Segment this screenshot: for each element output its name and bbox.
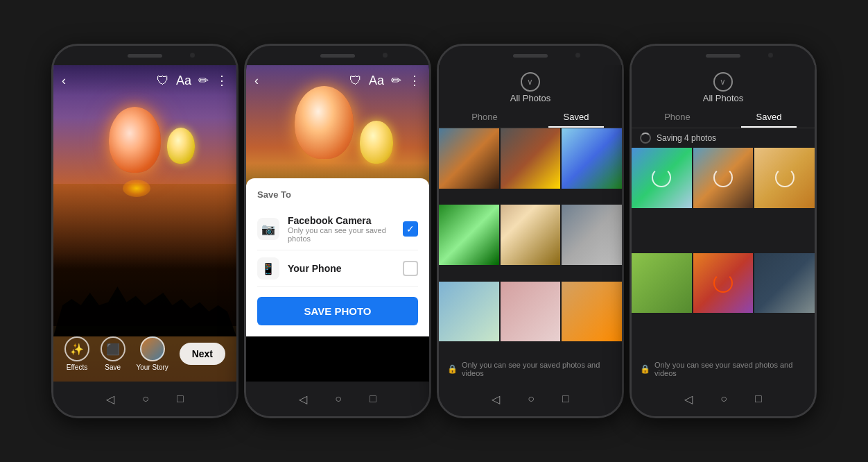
sync-icon-3 bbox=[775, 168, 795, 187]
tabs-row-3: Phone Saved bbox=[439, 106, 622, 128]
facebook-camera-icon: 📷 bbox=[257, 218, 279, 240]
speaker-4 bbox=[706, 54, 740, 58]
all-photos-btn-3[interactable]: ∨ All Photos bbox=[510, 72, 551, 103]
lantern-main bbox=[109, 107, 164, 183]
camera-bg: ‹ 🛡 Aa ✏ ⋮ ✨ Effects ⬛ bbox=[53, 65, 236, 382]
photo-cell-4-5[interactable] bbox=[693, 253, 754, 314]
all-photos-label-4: All Photos bbox=[703, 93, 744, 103]
sync-icon-4 bbox=[713, 273, 733, 293]
nav-back-3[interactable]: ◁ bbox=[492, 393, 500, 406]
photo-cell-4-6[interactable] bbox=[754, 253, 815, 314]
nav-home-3[interactable]: ○ bbox=[528, 393, 535, 405]
chevron-down-icon-4: ∨ bbox=[713, 72, 733, 92]
nav-back-2[interactable]: ◁ bbox=[299, 393, 307, 406]
nav-square[interactable]: □ bbox=[177, 393, 184, 405]
photo-cell-4-4[interactable] bbox=[632, 253, 692, 314]
facebook-camera-check[interactable]: ✓ bbox=[403, 221, 418, 237]
nav-home-4[interactable]: ○ bbox=[720, 393, 727, 405]
draw-icon-2[interactable]: ✏ bbox=[391, 73, 401, 88]
photo-cell-9[interactable] bbox=[562, 282, 622, 342]
your-story-btn[interactable]: Your Story bbox=[137, 336, 168, 371]
more-icon[interactable]: ⋮ bbox=[216, 73, 228, 88]
text-icon-2[interactable]: Aa bbox=[369, 74, 384, 88]
phone-4-nav: ◁ ○ □ bbox=[632, 382, 815, 416]
toolbar-right-2: 🛡 Aa ✏ ⋮ bbox=[349, 73, 421, 88]
facebook-camera-desc: Only you can see your saved photos bbox=[288, 226, 394, 243]
lantern-body bbox=[109, 107, 161, 173]
phone-4-screen: ∨ All Photos Phone Saved Saving 4 photos bbox=[632, 65, 815, 382]
effects-btn[interactable]: ✨ Effects bbox=[64, 336, 89, 371]
save-icon: ⬛ bbox=[101, 336, 125, 361]
text-icon[interactable]: Aa bbox=[176, 74, 191, 88]
save-photo-button[interactable]: SAVE PHOTO bbox=[257, 297, 418, 325]
all-photos-btn-4[interactable]: ∨ All Photos bbox=[703, 72, 744, 103]
photo-cell-7[interactable] bbox=[439, 282, 499, 342]
sticker-icon[interactable]: 🛡 bbox=[157, 74, 169, 88]
more-icon-2[interactable]: ⋮ bbox=[408, 73, 421, 88]
dark-screen-3: ∨ All Photos Phone Saved bbox=[439, 65, 622, 382]
nav-square-2[interactable]: □ bbox=[370, 393, 376, 405]
your-phone-option[interactable]: 📱 Your Phone bbox=[257, 250, 418, 287]
phone-2: ‹ 🛡 Aa ✏ ⋮ Save To 📷 Facebook Camera bbox=[244, 44, 431, 418]
photo-cell-6[interactable] bbox=[562, 205, 622, 265]
front-camera-2 bbox=[383, 53, 388, 58]
photo-cell-4[interactable] bbox=[439, 205, 499, 265]
sticker-icon-2[interactable]: 🛡 bbox=[349, 74, 362, 88]
phone-4-notch bbox=[632, 46, 815, 65]
photos-header-3: ∨ All Photos bbox=[439, 65, 622, 106]
your-phone-name: Your Phone bbox=[288, 263, 394, 274]
footer-text-4: Only you can see your saved photos and v… bbox=[654, 361, 806, 377]
crowd-silhouettes bbox=[53, 253, 236, 336]
effects-label: Effects bbox=[67, 363, 87, 371]
photo-cell-3[interactable] bbox=[562, 128, 622, 189]
saving-bar: Saving 4 photos bbox=[632, 128, 815, 148]
nav-home[interactable]: ○ bbox=[142, 393, 149, 405]
draw-icon[interactable]: ✏ bbox=[198, 73, 209, 88]
tab-phone-4[interactable]: Phone bbox=[632, 106, 723, 128]
front-camera-4 bbox=[768, 53, 773, 58]
footer-text-3: Only you can see your saved photos and v… bbox=[462, 361, 614, 377]
tab-saved-3[interactable]: Saved bbox=[530, 106, 622, 128]
photo-cell-5[interactable] bbox=[501, 205, 561, 265]
lantern2-main bbox=[295, 86, 357, 166]
saving-spinner bbox=[640, 132, 651, 144]
save-btn[interactable]: ⬛ Save bbox=[101, 336, 125, 371]
photo-cell-4-3[interactable] bbox=[754, 148, 815, 208]
camera-bottom-bar: ✨ Effects ⬛ Save Your Story Next bbox=[53, 326, 236, 382]
next-button[interactable]: Next bbox=[180, 343, 225, 365]
nav-back-4[interactable]: ◁ bbox=[684, 393, 693, 406]
dark-screen-4: ∨ All Photos Phone Saved Saving 4 photos bbox=[632, 65, 815, 382]
back-icon-2[interactable]: ‹ bbox=[254, 74, 259, 88]
tab-saved-4[interactable]: Saved bbox=[723, 106, 815, 128]
phone-2-nav: ◁ ○ □ bbox=[246, 382, 429, 416]
front-camera-3 bbox=[575, 53, 580, 58]
chevron-down-icon-3: ∨ bbox=[521, 72, 540, 92]
phone-1-screen: ‹ 🛡 Aa ✏ ⋮ ✨ Effects ⬛ bbox=[53, 65, 236, 382]
phones-container: ‹ 🛡 Aa ✏ ⋮ ✨ Effects ⬛ bbox=[37, 30, 831, 432]
nav-square-4[interactable]: □ bbox=[755, 393, 762, 405]
speaker-2 bbox=[320, 54, 355, 58]
nav-home-2[interactable]: ○ bbox=[335, 393, 342, 405]
photos-header-4: ∨ All Photos bbox=[632, 65, 815, 106]
tabs-row-4: Phone Saved bbox=[632, 106, 815, 128]
phone-3-notch bbox=[439, 46, 622, 65]
photo-cell-4-2[interactable] bbox=[693, 148, 754, 208]
sync-icon-2 bbox=[713, 168, 733, 187]
phone-3-screen: ∨ All Photos Phone Saved bbox=[439, 65, 622, 382]
lantern-small-body bbox=[167, 128, 195, 164]
phone-1-notch bbox=[53, 46, 236, 65]
photo-cell-2[interactable] bbox=[501, 128, 561, 189]
photo-cell-8[interactable] bbox=[501, 282, 561, 342]
tab-phone-3[interactable]: Phone bbox=[439, 106, 530, 128]
camera-bg-2: ‹ 🛡 Aa ✏ ⋮ Save To 📷 Facebook Camera bbox=[246, 65, 429, 382]
facebook-camera-option[interactable]: 📷 Facebook Camera Only you can see your … bbox=[257, 208, 418, 250]
toolbar-right: 🛡 Aa ✏ ⋮ bbox=[157, 73, 228, 88]
lantern2-small-body bbox=[360, 121, 393, 164]
nav-square-3[interactable]: □ bbox=[562, 393, 569, 405]
photo-cell-4-1[interactable] bbox=[632, 148, 692, 208]
photo-cell-1[interactable] bbox=[439, 128, 499, 189]
lantern2-small bbox=[360, 121, 394, 166]
back-icon[interactable]: ‹ bbox=[62, 74, 66, 88]
your-phone-checkbox[interactable] bbox=[403, 261, 418, 276]
nav-back[interactable]: ◁ bbox=[106, 393, 114, 406]
